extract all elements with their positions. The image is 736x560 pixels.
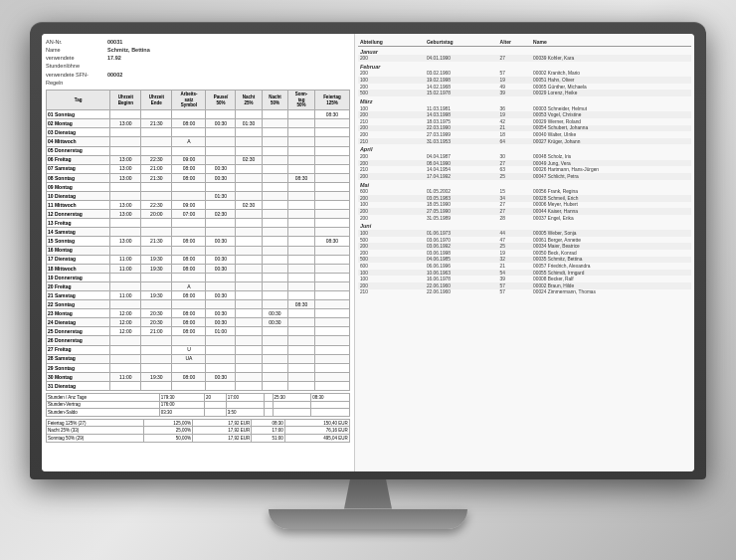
col-alter: Alter <box>498 38 532 47</box>
cell-pause: 00:30 <box>206 119 236 128</box>
cell-begin <box>110 246 141 255</box>
cell-begin: 13:00 <box>110 155 141 164</box>
table-row: 20 Freitag A <box>47 281 350 290</box>
cell-ft <box>314 155 349 164</box>
birthday-row: 200 27.03.1999 18 00040 Walter, Ulrike <box>358 131 691 138</box>
cell-ft <box>314 291 349 300</box>
cell-tag: 28 Samstag <box>47 354 110 363</box>
cell-begin: 12:00 <box>110 318 141 327</box>
cell-as <box>172 146 206 155</box>
cell-tag: 29 Sonntag <box>47 363 110 372</box>
birthday-row: 200 22.06.1960 57 00002 Braun, Hilde <box>358 282 691 289</box>
cell-n25 <box>236 309 262 318</box>
cell-pause <box>206 110 236 119</box>
table-row: 02 Montag 13:00 21:30 08:00 00:30 01:30 <box>47 119 350 128</box>
cell-so <box>288 363 315 372</box>
cell-begin <box>110 273 141 281</box>
cell-n25 <box>236 191 262 200</box>
col-as: Arbeits-satzSymbol <box>172 91 206 110</box>
cell-begin <box>110 137 141 146</box>
col-abteilung: Abteilung <box>358 38 425 47</box>
cell-abt: 100 <box>358 202 425 209</box>
cell-tag: 23 Montag <box>47 309 110 318</box>
cell-name: 00024 Zimmermann, Thomas <box>531 289 691 296</box>
month-label: Februar <box>358 62 691 71</box>
month-label: Mai <box>358 180 691 189</box>
cell-pause <box>206 155 236 164</box>
cell-ft <box>314 182 349 191</box>
cell-abt: 600 <box>358 263 425 270</box>
cell-end <box>141 182 172 191</box>
cell-so <box>288 191 315 200</box>
table-row: 19 Donnerstag <box>47 273 350 281</box>
table-row: 09 Montag <box>47 182 350 191</box>
table-row: 23 Montag 12:00 20:30 08:00 00:30 00:30 <box>47 309 350 318</box>
cell-abt: 200 <box>358 71 425 78</box>
cell-name: 00048 Scholz, Iris <box>531 153 691 160</box>
summary-v4 <box>265 401 273 409</box>
cell-tag: 26 Donnerstag <box>47 336 110 345</box>
table-row: 07 Samstag 13:00 21:00 08:00 00:30 <box>47 164 350 173</box>
summary-v3 <box>226 401 265 409</box>
cell-begin <box>110 191 141 200</box>
cell-tag: 04 Mittwoch <box>47 137 110 146</box>
cell-n25 <box>236 128 262 137</box>
summary-label: Stunden-Vertrag <box>47 401 160 409</box>
cell-begin: 13:00 <box>110 237 141 246</box>
cell-n25 <box>236 363 262 372</box>
monitor-neck <box>338 479 398 509</box>
cell-geb: 01.05.2002 <box>425 188 498 195</box>
cell-name: 00051 Hahn, Oliver <box>531 77 691 84</box>
birthday-row: 200 27.05.1990 27 00044 Kaiser, Hanna <box>358 208 691 215</box>
cell-as <box>172 336 206 345</box>
cell-end: 21:00 <box>141 164 172 173</box>
cell-geb: 18.03.1975 <box>425 118 498 125</box>
birthday-row: 200 17.04.1992 25 00047 Schlicht, Petra <box>358 173 691 180</box>
cell-begin <box>110 219 141 228</box>
cell-tag: 06 Freitag <box>47 155 110 164</box>
cell-as: 08:00 <box>172 309 206 318</box>
cell-so <box>288 237 315 246</box>
cell-abt: 200 <box>358 215 425 222</box>
cell-alt: 27 <box>498 202 532 209</box>
cell-n25 <box>236 381 262 390</box>
summary-v2 <box>205 401 227 409</box>
cell-as: 09:00 <box>172 155 206 164</box>
cell-as <box>172 363 206 372</box>
cell-name: 00056 Frank, Regina <box>531 188 691 195</box>
cell-n25 <box>236 327 262 336</box>
cell-as: 08:00 <box>172 164 206 173</box>
table-row: 17 Dienstag 11:00 19:30 08:00 00:30 <box>47 255 350 264</box>
header-info: AN-Nr.00031 NameSchmitz, Bettina verwend… <box>46 38 350 88</box>
month-header-row: Februar <box>358 62 691 71</box>
table-row: 24 Dienstag 12:00 20:30 08:00 00:30 00:3… <box>47 318 350 327</box>
col-pause: Pause/50% <box>206 91 236 110</box>
cell-n25 <box>236 110 262 119</box>
cell-begin <box>110 345 141 354</box>
cell-n50 <box>262 155 287 164</box>
cell-n50 <box>262 164 287 173</box>
cell-ft <box>314 201 349 210</box>
cell-alt: 21 <box>498 125 532 132</box>
fee-pct: 25,00% <box>144 427 193 435</box>
fee-rate: 17,92 EUR <box>193 427 252 435</box>
cell-ft <box>314 264 349 273</box>
cell-begin <box>110 381 141 390</box>
birthday-row: 100 10.06.1963 54 00055 Schimdt, Irmgard <box>358 270 691 277</box>
cell-alt: 54 <box>498 270 532 277</box>
cell-so <box>288 255 315 264</box>
cell-as <box>172 228 206 237</box>
cell-n25 <box>236 291 262 300</box>
col-ft: Feiertag125% <box>314 91 349 110</box>
cell-n50 <box>262 300 287 309</box>
cell-as: U <box>172 345 206 354</box>
cell-as: 08:00 <box>172 327 206 336</box>
cell-abt: 210 <box>358 166 425 173</box>
birthday-row: 200 03.05.1983 34 00028 Schmeil, Erich <box>358 195 691 202</box>
table-row: 05 Donnerstag <box>47 146 350 155</box>
birthday-row: 200 22.03.1990 21 00054 Schubert, Johann… <box>358 125 691 132</box>
cell-n50 <box>262 110 287 119</box>
month-header-row: April <box>358 144 691 153</box>
month-header-row: Juni <box>358 221 691 230</box>
cell-n25 <box>236 182 262 191</box>
